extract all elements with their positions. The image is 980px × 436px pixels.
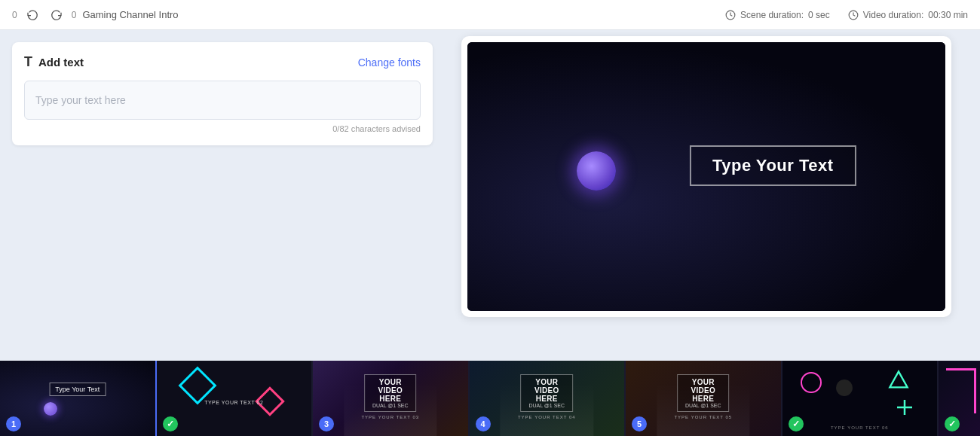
filmstrip: Type Your Text 1 TYPE YOUR TEXT 02 ✓ YOU… <box>0 361 980 436</box>
right-preview: Type Your Text <box>445 30 980 361</box>
scene5-badge: 5 <box>632 416 647 431</box>
orb-element <box>577 151 616 191</box>
scene-4[interactable]: YOURVIDEOHERE DUAL @1 SEC TYPE YOUR TEXT… <box>470 361 626 436</box>
scene6-shapes <box>782 361 938 436</box>
scene6-badge: ✓ <box>789 416 804 431</box>
scene1-badge: 1 <box>6 416 21 431</box>
scene7-neon-shape <box>946 368 976 413</box>
preview-text: Type Your Text <box>712 156 834 175</box>
text-type-icon: T <box>24 54 32 70</box>
scene6-neon-triangle <box>888 370 909 394</box>
top-bar-right: Scene duration: 0 sec Video duration: 00… <box>725 10 968 20</box>
scene4-title: YOURVIDEOHERE <box>528 378 565 403</box>
scene-2[interactable]: TYPE YOUR TEXT 02 ✓ <box>157 361 314 436</box>
scene-3[interactable]: YOURVIDEOHERE DUAL @1 SEC TYPE YOUR TEXT… <box>313 361 470 436</box>
scene1-orb <box>44 402 57 416</box>
undo-button[interactable] <box>23 8 41 23</box>
scene-1[interactable]: Type Your Text 1 <box>0 361 157 436</box>
redo-button[interactable] <box>47 8 66 23</box>
video-duration: Video duration: 00:30 min <box>848 10 968 20</box>
left-panel: T Add text Change fonts 0/82 characters … <box>0 30 445 361</box>
scene5-text-box: YOURVIDEOHERE DUAL @1 SEC <box>677 374 730 412</box>
video-preview: Type Your Text <box>467 42 945 311</box>
scene-duration-label: Scene duration: <box>740 10 804 20</box>
scene3-subtitle: DUAL @1 SEC <box>372 403 409 408</box>
top-bar: 0 0 Gaming Channel Intro Scene duration:… <box>0 0 980 30</box>
top-bar-left: 0 0 Gaming Channel Intro <box>12 8 719 23</box>
preview-text-box[interactable]: Type Your Text <box>690 145 856 186</box>
scene6-neon-circle <box>801 372 822 393</box>
scene4-badge: 4 <box>476 416 491 431</box>
add-text-title: T Add text <box>24 54 84 70</box>
clock-icon-2 <box>848 10 859 20</box>
scene-5[interactable]: YOURVIDEOHERE DUAL @1 SEC TYPE YOUR TEXT… <box>626 361 782 436</box>
clock-icon <box>725 10 736 20</box>
scene5-subtitle: DUAL @1 SEC <box>685 403 721 408</box>
char-count: 0/82 characters advised <box>24 124 421 133</box>
scene6-neon-cross <box>896 398 914 419</box>
scene3-badge: 3 <box>319 416 334 431</box>
scene-6[interactable]: TYPE YOUR TEXT 06 ✓ <box>782 361 939 436</box>
add-text-label: Add text <box>38 56 84 69</box>
video-duration-label: Video duration: <box>863 10 924 20</box>
scene2-badge: ✓ <box>163 416 178 431</box>
scene1-text: Type Your Text <box>49 383 106 396</box>
scene3-title: YOURVIDEOHERE <box>372 378 409 403</box>
scene2-bg <box>157 361 312 436</box>
add-text-card: T Add text Change fonts 0/82 characters … <box>12 42 433 145</box>
scene3-bottom-text: TYPE YOUR TEXT 03 <box>361 415 419 419</box>
scene7-badge: ✓ <box>945 416 960 431</box>
scene1-bg <box>0 361 155 436</box>
project-title: Gaming Channel Intro <box>82 9 178 20</box>
text-input-wrapper <box>24 81 421 120</box>
scene4-subtitle: DUAL @1 SEC <box>528 403 565 408</box>
video-duration-value: 00:30 min <box>928 10 968 20</box>
undo-count: 0 <box>12 10 17 20</box>
change-fonts-button[interactable]: Change fonts <box>358 56 421 69</box>
main-area: T Add text Change fonts 0/82 characters … <box>0 30 980 361</box>
redo-count: 0 <box>72 10 77 20</box>
text-input[interactable] <box>24 81 421 120</box>
scene5-bottom-text: TYPE YOUR TEXT 05 <box>674 415 732 419</box>
add-text-header: T Add text Change fonts <box>24 54 421 70</box>
scene-duration: Scene duration: 0 sec <box>725 10 830 20</box>
scene4-text-box: YOURVIDEOHERE DUAL @1 SEC <box>520 374 573 412</box>
scene3-text-box: YOURVIDEOHERE DUAL @1 SEC <box>364 374 417 412</box>
scene-7[interactable]: ✓ <box>939 361 980 436</box>
preview-container: Type Your Text <box>461 36 951 317</box>
scene6-black-circle <box>836 380 853 396</box>
scene-duration-value: 0 sec <box>808 10 830 20</box>
scene5-title: YOURVIDEOHERE <box>685 378 721 403</box>
scene4-bottom-text: TYPE YOUR TEXT 04 <box>518 415 576 419</box>
svg-marker-4 <box>890 371 907 387</box>
scene2-text: TYPE YOUR TEXT 02 <box>204 400 263 405</box>
scene6-bottom-text: TYPE YOUR TEXT 06 <box>831 425 889 430</box>
